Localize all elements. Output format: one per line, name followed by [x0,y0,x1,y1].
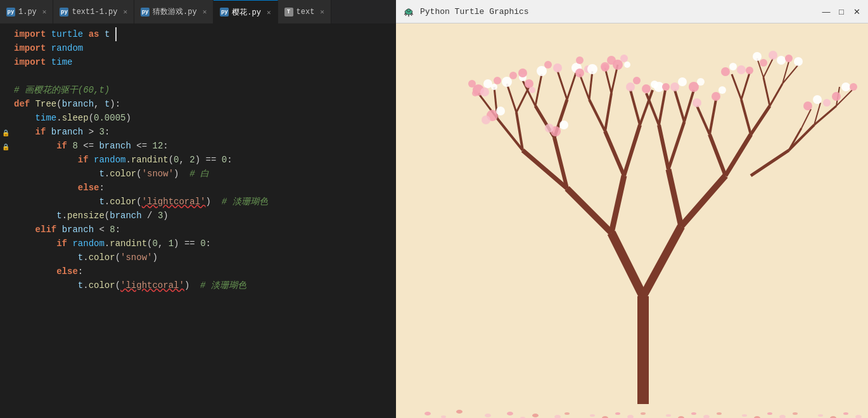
svg-point-114 [813,95,822,104]
svg-point-80 [525,79,533,88]
tab-close-guess[interactable]: ✕ [203,8,207,16]
svg-point-151 [717,412,722,415]
svg-line-52 [697,106,710,134]
svg-point-103 [721,67,730,76]
svg-point-134 [507,412,513,415]
gutter-15 [1,224,10,238]
tab-icon-sakura: py [220,8,229,16]
gutter-9: 🔒 [1,140,10,154]
svg-point-102 [697,78,705,86]
code-area[interactable]: 🔒 🔒 import turtle as t import random [0,23,396,418]
svg-point-69 [624,62,630,68]
tab-label-sakura: 樱花.py [232,7,261,18]
turtle-canvas [396,23,868,418]
svg-point-128 [424,412,431,415]
svg-point-155 [767,412,772,415]
svg-line-44 [725,134,751,176]
svg-line-58 [751,150,789,176]
tab-close-1py[interactable]: ✕ [42,8,47,16]
cherry-tree-svg [396,23,868,418]
code-line-10: if random.randint(0, 2) == 0: [14,153,396,167]
svg-point-129 [441,415,446,418]
code-line-19: t.color('lightcoral') # 淡珊瑚色 [14,278,396,292]
svg-line-2 [404,13,406,15]
code-line-2: import random [14,41,396,55]
svg-point-116 [832,92,841,101]
gutter-18 [1,266,10,280]
code-line-12: else: [14,181,396,195]
svg-line-53 [710,100,716,134]
tab-1py[interactable]: py 1.py ✕ [0,0,53,23]
svg-point-104 [729,63,737,70]
svg-line-35 [589,71,592,100]
gutter-12 [1,182,10,196]
turtle-icon [402,5,415,18]
code-line-4 [14,69,396,83]
tab-close-text1[interactable]: ✕ [123,8,127,16]
code-line-6: def Tree(branch, t): [14,97,396,111]
turtle-titlebar: Python Turtle Graphics — □ ✕ [396,0,868,23]
tab-text1[interactable]: py text1-1.py ✕ [53,0,134,23]
svg-point-76 [472,90,478,96]
tab-bar: py 1.py ✕ py text1-1.py ✕ py 猜数游戏.py ✕ p… [0,0,396,23]
tab-icon-text1: py [60,8,68,16]
svg-point-92 [601,62,610,71]
svg-point-123 [496,107,505,115]
gutter-11 [1,168,10,182]
svg-point-110 [777,56,786,65]
svg-point-73 [468,80,476,88]
code-line-1: import turtle as t [14,27,396,41]
svg-point-153 [742,414,747,417]
svg-line-3 [411,13,413,15]
svg-line-49 [763,77,770,106]
gutter-17 [1,252,10,266]
tab-close-text[interactable]: ✕ [320,8,324,16]
tab-text[interactable]: T text ✕ [278,0,331,23]
svg-point-115 [823,99,831,107]
gutter-2 [1,42,10,56]
svg-point-107 [753,52,762,61]
code-line-3: import time [14,55,396,69]
svg-line-48 [770,84,782,106]
code-line-5: # 画樱花的驱干(60,t) [14,83,396,97]
svg-point-120 [718,86,726,94]
tab-icon-guess: py [141,8,150,16]
gutter-14 [1,210,10,224]
svg-point-86 [553,63,562,72]
svg-point-95 [626,82,635,91]
svg-point-83 [518,69,527,77]
svg-point-143 [615,412,620,415]
close-button[interactable]: ✕ [852,6,862,16]
tab-guess[interactable]: py 猜数游戏.py ✕ [134,0,214,23]
svg-line-29 [624,125,640,176]
svg-point-98 [662,83,670,91]
svg-line-28 [605,131,624,176]
svg-point-68 [607,56,616,65]
svg-line-45 [710,134,725,176]
code-line-7: time.sleep(0.0005) [14,111,396,125]
svg-point-144 [627,415,634,418]
svg-line-11 [611,176,624,233]
code-line-18: else: [14,265,396,278]
svg-line-26 [558,71,567,100]
svg-point-139 [565,412,570,415]
tab-sakura[interactable]: py 樱花.py ✕ [214,0,278,23]
svg-point-141 [590,414,595,417]
turtle-panel: Python Turtle Graphics — □ ✕ [396,0,868,418]
svg-point-93 [642,84,651,93]
svg-point-84 [537,66,547,76]
svg-line-51 [741,73,750,100]
svg-line-39 [668,122,684,169]
svg-point-132 [485,414,491,417]
tab-close-sakura[interactable]: ✕ [267,8,271,16]
svg-point-113 [803,101,812,110]
svg-line-38 [659,125,668,169]
minimize-button[interactable]: — [821,6,831,16]
editor-panel: py 1.py ✕ py text1-1.py ✕ py 猜数游戏.py ✕ p… [0,0,396,418]
maximize-button[interactable]: □ [836,6,846,16]
code-lines[interactable]: import turtle as t import random import … [11,27,396,414]
gutter-8: 🔒 [1,126,10,140]
svg-point-108 [760,59,767,67]
svg-point-157 [793,412,798,415]
svg-point-117 [841,82,850,91]
